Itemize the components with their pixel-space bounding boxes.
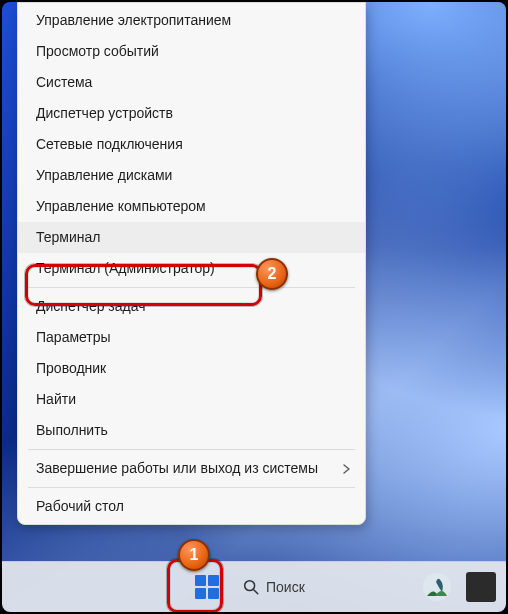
winx-item-search[interactable]: Найти	[18, 384, 365, 415]
winx-item-explorer[interactable]: Проводник	[18, 353, 365, 384]
svg-point-6	[423, 573, 451, 601]
winx-item-task-manager[interactable]: Диспетчер задач	[18, 291, 365, 322]
chevron-right-icon	[341, 463, 353, 475]
menu-item-label: Рабочий стол	[36, 498, 124, 514]
winx-item-settings[interactable]: Параметры	[18, 322, 365, 353]
tray-pinned-app-icon[interactable]	[422, 572, 452, 602]
menu-item-label: Управление компьютером	[36, 198, 206, 214]
winx-item-network-connections[interactable]: Сетевые подключения	[18, 129, 365, 160]
menu-item-label: Терминал	[36, 229, 100, 245]
winx-item-shutdown-signout[interactable]: Завершение работы или выход из системы	[18, 453, 365, 484]
taskbar-search[interactable]: Поиск	[242, 578, 322, 596]
menu-separator	[28, 487, 355, 488]
menu-item-label: Завершение работы или выход из системы	[36, 460, 318, 476]
menu-item-label: Найти	[36, 391, 76, 407]
winx-item-device-manager[interactable]: Диспетчер устройств	[18, 98, 365, 129]
menu-item-label: Диспетчер задач	[36, 298, 146, 314]
search-icon	[242, 578, 260, 596]
winx-item-run[interactable]: Выполнить	[18, 415, 365, 446]
svg-line-5	[254, 590, 258, 594]
menu-separator	[28, 449, 355, 450]
menu-item-label: Терминал (Администратор)	[36, 260, 215, 276]
search-label: Поиск	[266, 579, 305, 595]
taskbar-tray	[422, 562, 496, 612]
menu-item-label: Сетевые подключения	[36, 136, 183, 152]
winx-item-desktop[interactable]: Рабочий стол	[18, 491, 365, 522]
svg-rect-2	[195, 588, 206, 599]
screenshot-frame: Управление электропитанием Просмотр собы…	[0, 0, 508, 614]
menu-separator	[28, 287, 355, 288]
svg-point-4	[245, 581, 255, 591]
menu-item-label: Управление дисками	[36, 167, 172, 183]
menu-item-label: Диспетчер устройств	[36, 105, 173, 121]
winx-item-terminal[interactable]: Терминал	[18, 222, 365, 253]
menu-item-label: Выполнить	[36, 422, 108, 438]
winx-context-menu: Управление электропитанием Просмотр собы…	[17, 2, 366, 525]
start-button[interactable]	[186, 566, 228, 608]
menu-item-label: Система	[36, 74, 92, 90]
winx-item-disk-management[interactable]: Управление дисками	[18, 160, 365, 191]
menu-item-label: Управление электропитанием	[36, 12, 231, 28]
svg-rect-0	[195, 575, 206, 586]
taskbar: Поиск	[2, 561, 506, 612]
menu-item-label: Параметры	[36, 329, 111, 345]
windows-logo-icon	[194, 574, 220, 600]
winx-item-event-viewer[interactable]: Просмотр событий	[18, 36, 365, 67]
svg-rect-3	[208, 588, 219, 599]
tray-app-icon[interactable]	[466, 572, 496, 602]
winx-item-terminal-admin[interactable]: Терминал (Администратор)	[18, 253, 365, 284]
winx-item-power-management[interactable]: Управление электропитанием	[18, 5, 365, 36]
svg-rect-1	[208, 575, 219, 586]
menu-item-label: Проводник	[36, 360, 106, 376]
winx-item-computer-management[interactable]: Управление компьютером	[18, 191, 365, 222]
menu-item-label: Просмотр событий	[36, 43, 159, 59]
winx-item-system[interactable]: Система	[18, 67, 365, 98]
